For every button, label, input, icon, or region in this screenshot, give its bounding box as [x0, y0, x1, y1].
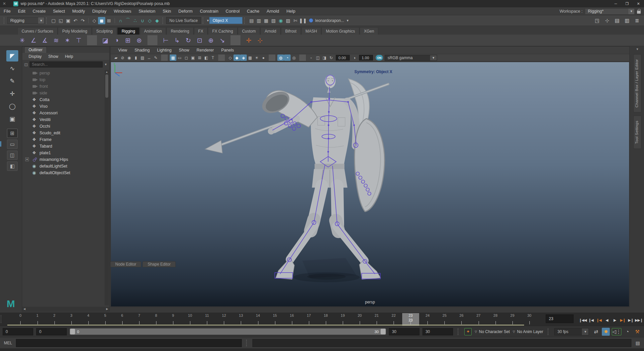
ik-chain-icon[interactable]: ≋ — [51, 35, 61, 45]
use-all-lights-icon[interactable]: ☀ — [253, 55, 260, 61]
current-frame-field[interactable]: 23 — [546, 314, 573, 323]
timeline-frame[interactable]: 3 — [63, 313, 80, 326]
timeline-frame[interactable]: 23 23 — [402, 313, 419, 326]
outliner-item[interactable]: ❖◉ persp — [22, 70, 105, 76]
timeline-frame[interactable]: 2 — [46, 313, 63, 326]
interactive-bind-icon[interactable]: ◑ — [112, 35, 122, 45]
range-slider[interactable]: 0 30 — [70, 328, 386, 335]
grease-pencil-icon[interactable]: ✎ — [152, 55, 159, 61]
menu-item[interactable]: File — [0, 7, 14, 15]
scroll-left-icon[interactable]: ◀ — [22, 307, 27, 311]
drag-grip[interactable] — [4, 17, 6, 24]
shelf-tab[interactable]: Curves / Surfaces — [17, 27, 57, 35]
timeline-frame[interactable]: 9 — [165, 313, 182, 326]
render-view-icon[interactable]: ▤ — [248, 17, 255, 24]
chevron-down-icon[interactable]: ▽ — [513, 330, 515, 333]
shelf-tab[interactable]: Motion Graphics — [322, 27, 359, 35]
timeline-frame[interactable]: 5 — [97, 313, 114, 326]
select-by-object-icon[interactable]: ◼ — [98, 17, 105, 24]
render-settings-icon[interactable]: ▧ — [270, 17, 277, 24]
menu-item[interactable]: Display — [89, 7, 110, 15]
mute-playback-icon[interactable]: ◁⋮ — [612, 328, 621, 335]
outliner-item[interactable]: ❖◉ Cotta — [22, 96, 105, 103]
step-forward-frame-button[interactable]: ▶❙ — [627, 316, 634, 324]
point-constraint-icon[interactable]: ↳ — [172, 35, 182, 45]
viewport-menu-item[interactable]: Show — [175, 46, 193, 54]
bind-skin-icon[interactable]: ◪ — [100, 35, 110, 45]
drag-grip[interactable] — [162, 17, 164, 24]
ik-spline-handle-tool-icon[interactable]: ∡ — [40, 35, 50, 45]
drag-grip[interactable] — [548, 328, 550, 335]
menu-item[interactable]: Create — [29, 7, 49, 15]
select-camera-icon[interactable]: ▰ — [113, 55, 119, 61]
select-tool[interactable]: ◤ — [6, 50, 18, 61]
safe-title-icon[interactable]: T — [210, 55, 216, 61]
parent-constraint-icon[interactable]: ⊢ — [161, 35, 171, 45]
outliner-item[interactable]: ❖◉ Viso — [22, 103, 105, 110]
contrast-icon[interactable]: ◑ — [351, 55, 358, 61]
shelf-tab[interactable]: MASH — [301, 27, 322, 35]
panel-close-icon[interactable]: ✕ — [0, 1, 9, 6]
menu-item[interactable]: Control — [222, 7, 243, 15]
snap-to-grids-icon[interactable]: ∩ — [117, 17, 124, 24]
film-gate-icon[interactable]: ▭ — [176, 55, 183, 61]
timeline-frame[interactable]: 15 — [266, 313, 283, 326]
step-forward-key-button[interactable]: ▶❙ — [619, 316, 626, 324]
layout-two-pane-button[interactable]: ◫ — [7, 151, 18, 160]
scale-constraint-icon[interactable]: ⊡ — [195, 35, 205, 45]
chevron-down-icon[interactable]: ▼ — [38, 17, 44, 24]
layout-four-view-button[interactable]: ⊞ — [7, 129, 18, 138]
outliner-item[interactable]: ❖◉ Scudo_edit — [22, 130, 105, 136]
dock-tab[interactable]: Channel Box / Layer Editor — [633, 54, 641, 112]
command-input[interactable] — [16, 339, 242, 347]
tool-settings-icon[interactable]: ▥ — [623, 17, 631, 24]
menu-item[interactable]: Arnold — [263, 7, 283, 15]
chevron-down-icon[interactable]: ▼ — [104, 63, 107, 66]
command-language-toggle[interactable]: MEL — [3, 341, 13, 345]
outliner-menu-item[interactable]: Show — [45, 53, 61, 60]
drag-grip[interactable] — [203, 17, 205, 24]
menu-item[interactable]: Deform — [175, 7, 196, 15]
open-scene-icon[interactable]: ◱ — [57, 17, 64, 24]
timeline-frame[interactable]: 28 — [487, 313, 504, 326]
outliner-horizontal-scrollbar[interactable]: ◀ ▶ — [22, 307, 109, 311]
play-forwards-button[interactable]: ▶ — [611, 316, 618, 324]
outliner-item[interactable]: ❖◉ plate1 — [22, 150, 105, 156]
drag-grip[interactable] — [1, 315, 4, 323]
anti-aliasing-icon[interactable]: ◎ — [291, 55, 297, 61]
play-backwards-button[interactable]: ◀ — [603, 316, 610, 324]
timeline-frame[interactable]: 1 — [29, 313, 46, 326]
render-setup-icon[interactable]: ▨ — [284, 17, 292, 24]
shelf-tab[interactable]: Animation — [140, 27, 166, 35]
shelf-tab[interactable]: FX Caching — [208, 27, 237, 35]
color-management-toggle[interactable]: ON — [376, 55, 383, 60]
animation-preferences-icon[interactable]: ⚒ — [633, 328, 641, 336]
smooth-shade-icon[interactable]: ◆ — [233, 55, 240, 61]
ik-handle-tool-icon[interactable]: ∠ — [29, 35, 39, 45]
attribute-editor-icon[interactable]: ▤ — [613, 17, 621, 24]
render-current-frame-icon[interactable]: ▥ — [255, 17, 262, 24]
step-back-frame-button[interactable]: ❙◀ — [587, 316, 595, 324]
humanik-character-icon[interactable]: ✶ — [62, 35, 72, 45]
launch-application-icon[interactable]: ✄ — [292, 17, 299, 24]
scroll-up-icon[interactable]: ▲ — [105, 70, 109, 74]
animation-end-field[interactable]: 30 — [422, 328, 453, 335]
locator-icon[interactable]: ✛ — [244, 35, 254, 45]
range-end-handle[interactable] — [381, 329, 386, 334]
aim-constraint-icon[interactable]: ⊕ — [206, 35, 216, 45]
move-tool[interactable]: ✛ — [6, 88, 18, 99]
paint-selection-tool[interactable]: ✎ — [6, 75, 18, 87]
menu-item[interactable]: Select — [49, 7, 68, 15]
scale-tool[interactable]: ▣ — [6, 113, 18, 125]
outliner-item[interactable]: ❖◉ Accessori — [22, 110, 105, 116]
menu-item[interactable]: Windows — [110, 7, 135, 15]
redo-icon[interactable]: ↷ — [79, 17, 86, 24]
drag-grip[interactable] — [46, 17, 48, 24]
timeline-frame[interactable]: 0 — [12, 313, 29, 326]
menu-item[interactable]: Modify — [69, 7, 89, 15]
timeline-frame[interactable]: 14 — [249, 313, 266, 326]
resolution-gate-icon[interactable]: ◻ — [183, 55, 190, 61]
timeline-frame[interactable]: 20 — [351, 313, 368, 326]
playback-end-field[interactable]: 30 — [389, 328, 419, 335]
humanik-icon[interactable]: ⊹ — [603, 17, 611, 24]
